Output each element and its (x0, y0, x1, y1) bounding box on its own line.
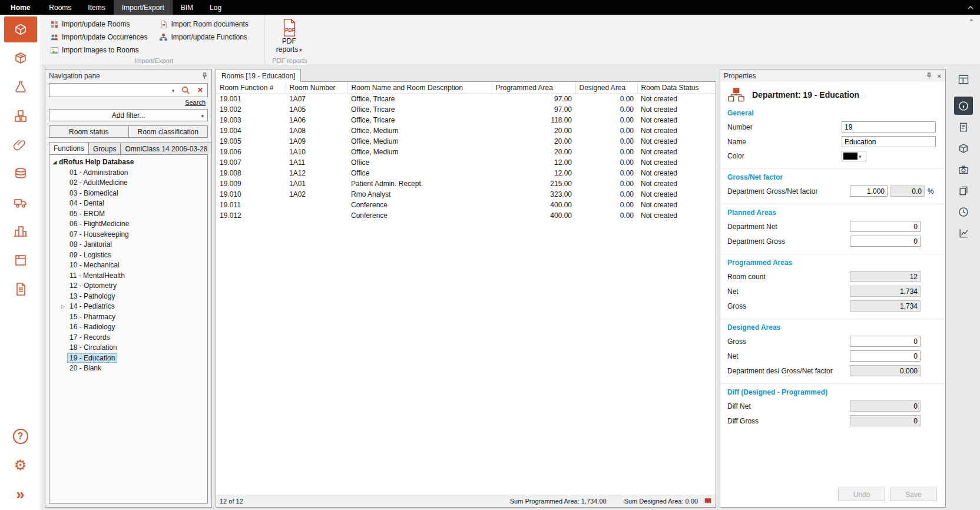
tree-item[interactable]: 14 - Pediatrics (51, 302, 206, 312)
table-row[interactable]: 19.005 1A09 Office, Medium 20.00 0.00 No… (216, 136, 716, 147)
model-cube-icon[interactable] (954, 139, 973, 157)
table-row[interactable]: 19.012 Conference 400.00 0.00 Not create… (216, 210, 716, 221)
tree-item[interactable]: 02 - AdultMedicine (51, 178, 206, 188)
table-row[interactable]: 19.007 1A11 Office 12.00 0.00 Not create… (216, 157, 716, 168)
number-field[interactable] (842, 121, 936, 133)
menu-tab[interactable]: Rooms (41, 0, 80, 15)
nav-tab[interactable]: Functions (49, 142, 89, 154)
designed-net-field[interactable] (850, 350, 921, 362)
tree-item[interactable]: 01 - Administration (51, 167, 206, 178)
column-header[interactable]: Room Function # (216, 82, 286, 94)
table-row[interactable]: 19.009 1A01 Patient Admin. Recept. 215.0… (216, 178, 716, 189)
menu-tab[interactable]: BIM (173, 0, 201, 15)
items-icon[interactable] (4, 45, 37, 71)
expand-sidebar-icon[interactable] (4, 481, 37, 507)
column-header[interactable]: Programmed Area (492, 82, 575, 94)
room-status-button[interactable]: Room status (49, 125, 129, 138)
notes-icon[interactable] (954, 118, 973, 136)
logistics-icon[interactable] (4, 190, 37, 216)
topbar-collapse-icon[interactable] (967, 0, 974, 15)
search-input[interactable] (49, 84, 168, 97)
pdf-reports-button[interactable]: PDF PDF reports (270, 18, 309, 57)
rooms-document-tab[interactable]: Rooms [19 - Education] (216, 69, 301, 82)
tree-item[interactable]: 18 - Circulation (51, 343, 206, 353)
menu-tab[interactable]: Log (201, 0, 230, 15)
help-icon[interactable] (4, 423, 37, 449)
pin-icon[interactable] (201, 72, 208, 80)
tree-item[interactable]: 04 - Dental (51, 198, 206, 209)
tree-item[interactable]: 03 - Biomedical (51, 188, 206, 198)
menu-tab[interactable]: Items (80, 0, 113, 15)
column-header[interactable]: Designed Area (575, 82, 637, 94)
tree-item[interactable]: 16 - Radiology (51, 322, 206, 333)
expand-arrow-icon[interactable] (59, 304, 67, 309)
tree-item[interactable]: 08 - Janitorial (51, 240, 206, 250)
import-update-functions-button[interactable]: Import/update Functions (157, 31, 250, 44)
table-row[interactable]: 19.004 1A08 Office, Medium 20.00 0.00 No… (216, 125, 716, 136)
import-update-rooms-button[interactable]: Import/update Rooms (48, 18, 149, 31)
tree-item[interactable]: 17 - Records (51, 332, 206, 343)
flask-icon[interactable] (4, 74, 37, 100)
buildings-icon[interactable] (4, 218, 37, 244)
search-link[interactable]: Search (185, 99, 206, 106)
gross-net-factor-field[interactable] (850, 186, 888, 197)
table-row[interactable]: 19.003 1A06 Office, Tricare 118.00 0.00 … (216, 115, 716, 125)
name-field[interactable] (842, 136, 936, 147)
close-icon[interactable] (937, 72, 942, 80)
table-row[interactable]: 19.011 Conference 400.00 0.00 Not create… (216, 200, 716, 210)
table-row[interactable]: 19.001 1A07 Office, Tricare 97.00 0.00 N… (216, 94, 716, 104)
import-images-button[interactable]: Import images to Rooms (48, 44, 149, 57)
column-header[interactable]: Room Data Status (637, 82, 716, 94)
menu-tab[interactable]: Home (0, 0, 41, 15)
search-dropdown-icon[interactable] (168, 86, 178, 94)
tree-item[interactable]: 07 - Housekeeping (51, 229, 206, 240)
tree-item[interactable]: 20 - Blank (51, 363, 206, 374)
tree-item[interactable]: 15 - Pharmacy (51, 312, 206, 322)
camera-icon[interactable] (954, 160, 973, 178)
add-filter-button[interactable]: Add filter... (49, 109, 208, 121)
documents-icon[interactable] (954, 181, 973, 200)
tree-item[interactable]: 11 - MentalHealth (51, 270, 206, 281)
room-classification-button[interactable]: Room classification (129, 125, 208, 138)
info-icon[interactable] (954, 97, 973, 115)
attachments-icon[interactable] (4, 132, 37, 158)
nav-tab[interactable]: OmniClass 14 2006-03-28 (121, 143, 212, 154)
tree-root[interactable]: dRofus Help Database (51, 157, 206, 167)
column-header[interactable]: Room Number (286, 82, 347, 94)
book-icon[interactable] (704, 497, 712, 505)
tree-item[interactable]: 05 - EROM (51, 208, 206, 219)
packages-icon[interactable] (4, 247, 37, 273)
tree-item[interactable]: 12 - Optometry (51, 281, 206, 292)
reports-icon[interactable] (4, 276, 37, 302)
designed-gross-field[interactable] (850, 336, 921, 347)
settings-icon[interactable] (4, 452, 37, 478)
department-net-field[interactable] (850, 221, 921, 232)
rooms-icon[interactable] (4, 16, 37, 42)
import-room-documents-button[interactable]: Import Room documents (157, 18, 250, 31)
tree-item[interactable]: 06 - FlightMedicine (51, 219, 206, 230)
color-picker[interactable] (842, 151, 866, 161)
menu-tab[interactable]: Import/Export (114, 0, 173, 15)
table-row[interactable]: 19.006 1A10 Office, Medium 20.00 0.00 No… (216, 147, 716, 157)
search-icon[interactable] (178, 86, 193, 95)
table-row[interactable]: 19.010 1A02 Rmo Analyst 323.00 0.00 Not … (216, 189, 716, 200)
column-header[interactable]: Room Name and Room Description (347, 82, 492, 94)
pin-icon[interactable] (926, 72, 932, 80)
table-row[interactable]: 19.008 1A12 Office 12.00 0.00 Not create… (216, 168, 716, 178)
tree-item[interactable]: 10 - Mechanical (51, 260, 206, 271)
nav-tab[interactable]: Groups (89, 143, 121, 154)
collapse-arrow-icon[interactable] (51, 160, 59, 165)
clear-search-icon[interactable] (193, 86, 207, 94)
datasets-icon[interactable] (4, 161, 37, 187)
department-gross-field[interactable] (850, 236, 921, 247)
tree-item[interactable]: 09 - Logistics (51, 250, 206, 260)
import-update-occurrences-button[interactable]: Import/update Occurrences (48, 31, 149, 44)
layout-grid-icon[interactable] (954, 70, 973, 88)
table-row[interactable]: 19.002 1A05 Office, Tricare 97.00 0.00 N… (216, 104, 716, 115)
tree-item[interactable]: 19 - Education (51, 353, 206, 363)
measurement-chart-icon[interactable] (954, 224, 973, 242)
tree-item[interactable]: 13 - Pathology (51, 291, 206, 302)
collapse-ribbon-icon[interactable] (969, 18, 974, 26)
history-clock-icon[interactable] (954, 203, 973, 221)
undo-button[interactable]: Undo (838, 488, 885, 501)
